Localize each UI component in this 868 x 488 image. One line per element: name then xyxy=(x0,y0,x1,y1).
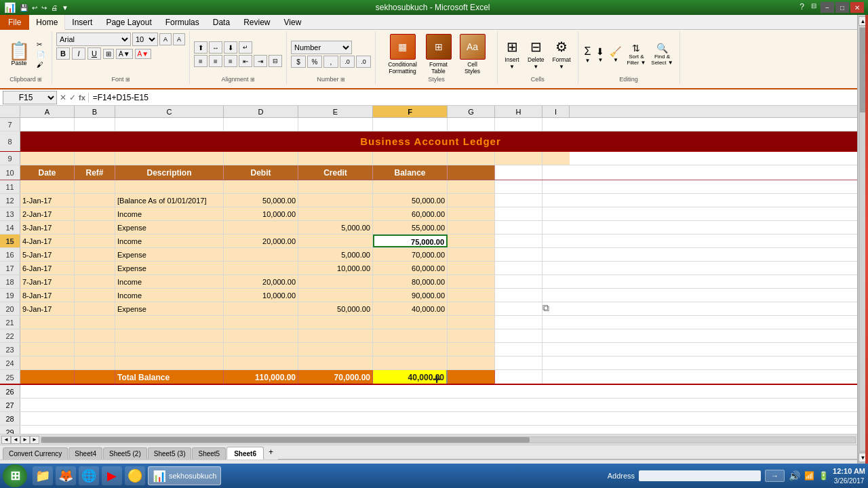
tab-sheet4[interactable]: Sheet4 xyxy=(68,447,102,460)
align-left-button[interactable]: ≡ xyxy=(194,55,208,67)
minimize-button[interactable]: − xyxy=(821,2,834,13)
cell-B16[interactable] xyxy=(75,248,115,261)
col-header-B[interactable]: B xyxy=(75,106,115,117)
cell-E24[interactable] xyxy=(298,357,373,369)
menu-formulas[interactable]: Formulas xyxy=(159,15,206,30)
menu-view[interactable]: View xyxy=(277,15,309,30)
volume-icon[interactable]: 🔊 xyxy=(789,470,800,481)
row-number[interactable]: 10 xyxy=(0,165,20,180)
cell-H23[interactable] xyxy=(495,343,542,356)
cell-F15-selected[interactable]: 75,000.00 xyxy=(373,235,448,247)
cell-B12[interactable] xyxy=(75,194,115,207)
cell-D20[interactable] xyxy=(224,302,298,315)
comma-button[interactable]: , xyxy=(323,56,338,68)
cell-B24[interactable] xyxy=(75,357,115,369)
cell-C13[interactable]: Income xyxy=(115,207,224,220)
tab-convert-currency[interactable]: Convert Currency xyxy=(3,447,68,460)
cell-E15[interactable] xyxy=(298,235,373,247)
cell-A17[interactable]: 6-Jan-17 xyxy=(20,262,75,274)
menu-review[interactable]: Review xyxy=(237,15,277,30)
cell-row29[interactable] xyxy=(20,426,868,434)
row-number[interactable]: 26 xyxy=(0,385,20,398)
cell-A20[interactable]: 9-Jan-17 xyxy=(20,302,75,315)
cell-C18[interactable]: Income xyxy=(115,275,224,288)
cell-C23[interactable] xyxy=(115,343,224,356)
cell-D16[interactable] xyxy=(224,248,298,261)
scrollbar-thumb[interactable] xyxy=(41,437,530,443)
network-icon[interactable]: 📶 xyxy=(804,471,814,481)
ribbon-collapse-icon[interactable]: ⊟ xyxy=(808,2,819,13)
cell-H22[interactable] xyxy=(495,329,542,342)
cell-G20[interactable] xyxy=(448,302,495,315)
cell-I19[interactable] xyxy=(542,289,570,302)
decrease-decimal-button[interactable]: .0 xyxy=(356,56,371,68)
increase-indent-button[interactable]: ⇥ xyxy=(254,55,267,67)
cell-I21[interactable] xyxy=(542,316,570,329)
cell-styles-button[interactable]: Aa CellStyles xyxy=(457,33,488,76)
cell-B22[interactable] xyxy=(75,329,115,342)
cell-I15[interactable] xyxy=(542,235,570,247)
cell-A23[interactable] xyxy=(20,343,75,356)
cell-I24[interactable] xyxy=(542,357,570,369)
cell-D24[interactable] xyxy=(224,357,298,369)
cell-A18[interactable]: 7-Jan-17 xyxy=(20,275,75,288)
taskbar-media[interactable]: ▶ xyxy=(102,466,122,485)
cell-F20[interactable]: 40,000.00 xyxy=(373,302,448,315)
cell-B21[interactable] xyxy=(75,316,115,329)
cell-A13[interactable]: 2-Jan-17 xyxy=(20,207,75,220)
menu-insert[interactable]: Insert xyxy=(65,15,99,30)
cell-G14[interactable] xyxy=(448,221,495,234)
tab-sheet5-2[interactable]: Sheet5 (2) xyxy=(103,447,147,460)
cell-E13[interactable] xyxy=(298,207,373,220)
cell-G15[interactable] xyxy=(448,235,495,247)
cell-F13[interactable]: 60,000.00 xyxy=(373,207,448,220)
row-number[interactable]: 24 xyxy=(0,357,20,369)
merge-center-button[interactable]: ⊟ xyxy=(269,55,282,67)
customize-icon[interactable]: ▼ xyxy=(62,4,68,12)
cancel-formula-icon[interactable]: ✕ xyxy=(60,93,66,102)
autosum-button[interactable]: Σ ▼ xyxy=(583,44,593,65)
cell-H19[interactable] xyxy=(495,289,542,302)
cell-D12[interactable]: 50,000.00 xyxy=(224,194,298,207)
cell-D18[interactable]: 20,000.00 xyxy=(224,275,298,288)
cell-I20[interactable]: ⧉ xyxy=(542,302,570,315)
cell-I22[interactable] xyxy=(542,329,570,342)
help-icon[interactable]: ? xyxy=(797,2,807,13)
cell-row27[interactable] xyxy=(20,399,868,411)
cell-C20[interactable]: Expense xyxy=(115,302,224,315)
row-number[interactable]: 25 xyxy=(0,370,20,384)
increase-decimal-button[interactable]: .0 xyxy=(340,56,355,68)
number-format-select[interactable]: Number xyxy=(291,41,352,54)
tab-sheet6[interactable]: Sheet6 xyxy=(226,447,264,460)
print-icon[interactable]: 🖨 xyxy=(51,4,58,12)
cell-E14[interactable]: 5,000.00 xyxy=(298,221,373,234)
cell-F12[interactable]: 50,000.00 xyxy=(373,194,448,207)
horizontal-scrollbar[interactable]: ◄ ◄ ► ► ► xyxy=(0,434,868,445)
menu-home[interactable]: Home xyxy=(29,15,65,30)
confirm-formula-icon[interactable]: ✓ xyxy=(69,93,76,102)
currency-button[interactable]: $ xyxy=(291,56,306,68)
cell-row26[interactable] xyxy=(20,385,868,398)
bold-button[interactable]: B xyxy=(56,47,70,60)
row-number[interactable]: 19 xyxy=(0,289,20,302)
cell-D14[interactable] xyxy=(224,221,298,234)
col-header-E[interactable]: E xyxy=(298,106,373,117)
cell-F25[interactable]: 40,000.00 ✛ xyxy=(373,370,448,384)
cell-F16[interactable]: 70,000.00 xyxy=(373,248,448,261)
cell-B25[interactable] xyxy=(75,370,115,384)
cell-C24[interactable] xyxy=(115,357,224,369)
row-number[interactable]: 21 xyxy=(0,316,20,329)
percent-button[interactable]: % xyxy=(307,56,322,68)
cell-A24[interactable] xyxy=(20,357,75,369)
cell-row28[interactable] xyxy=(20,412,868,425)
cell-E17[interactable]: 10,000.00 xyxy=(298,262,373,274)
cell-C21[interactable] xyxy=(115,316,224,329)
cell-F14[interactable]: 55,000.00 xyxy=(373,221,448,234)
format-painter-button[interactable]: 🖌 xyxy=(35,60,46,69)
taskbar-file-manager[interactable]: 📁 xyxy=(33,466,53,485)
quick-save-icon[interactable]: 💾 xyxy=(20,4,28,12)
row-number[interactable]: 29 xyxy=(0,426,20,434)
wrap-text-button[interactable]: ↵ xyxy=(239,41,252,54)
cell-A16[interactable]: 5-Jan-17 xyxy=(20,248,75,261)
menu-page-layout[interactable]: Page Layout xyxy=(99,15,158,30)
